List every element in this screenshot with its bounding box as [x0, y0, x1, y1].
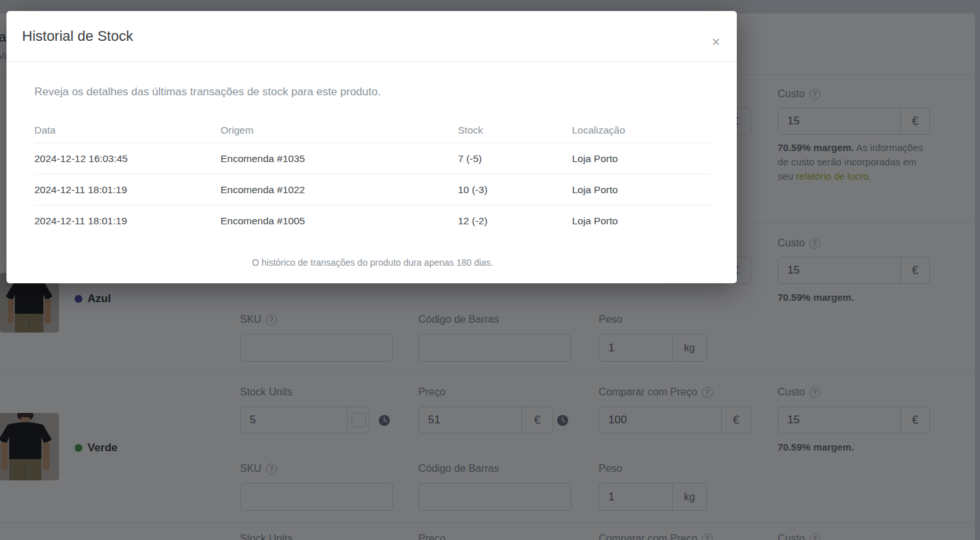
close-icon[interactable]: ×: [708, 34, 724, 50]
cell-origem: Encomenda #1035: [221, 143, 458, 174]
table-row: 2024-12-12 16:03:45 Encomenda #1035 7 (-…: [34, 143, 711, 174]
modal-body: Reveja os detalhes das últimas transaçõe…: [6, 62, 737, 268]
cell-data: 2024-12-12 16:03:45: [34, 143, 221, 174]
column-header-localizacao: Localização: [572, 124, 711, 143]
cell-origem: Encomenda #1022: [221, 174, 458, 205]
column-header-origem: Origem: [221, 124, 458, 143]
cell-localizacao: Loja Porto: [572, 143, 711, 174]
cell-stock: 7 (-5): [458, 143, 572, 174]
cell-localizacao: Loja Porto: [572, 174, 711, 205]
table-header-row: Data Origem Stock Localização: [34, 124, 711, 143]
column-header-stock: Stock: [458, 124, 572, 143]
cell-data: 2024-12-11 18:01:19: [34, 174, 221, 205]
modal-footnote: O histórico de transações do produto dur…: [34, 257, 711, 268]
table-row: 2024-12-11 18:01:19 Encomenda #1005 12 (…: [34, 205, 711, 237]
modal-title: Historial de Stock: [22, 28, 133, 45]
modal-description: Reveja os detalhes das últimas transaçõe…: [34, 86, 711, 99]
stock-history-table: Data Origem Stock Localização 2024-12-12…: [34, 124, 711, 237]
cell-data: 2024-12-11 18:01:19: [34, 205, 221, 237]
cell-origem: Encomenda #1005: [221, 205, 458, 237]
modal-header: Historial de Stock: [6, 11, 737, 62]
cell-stock: 12 (-2): [458, 205, 572, 237]
column-header-data: Data: [34, 124, 221, 143]
table-row: 2024-12-11 18:01:19 Encomenda #1022 10 (…: [34, 174, 711, 205]
cell-stock: 10 (-3): [458, 174, 572, 205]
stock-history-modal: Historial de Stock × Reveja os detalhes …: [6, 11, 737, 283]
cell-localizacao: Loja Porto: [572, 205, 711, 237]
